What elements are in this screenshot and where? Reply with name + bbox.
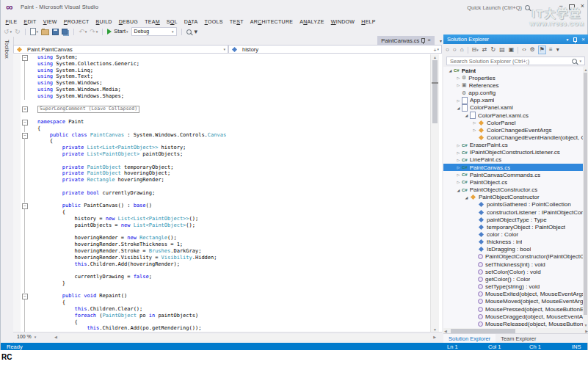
tree-item-linepaint-cs[interactable]: ▷C#LinePaint.cs: [443, 156, 583, 164]
tree-item-settype-string-void[interactable]: setType(string) : void: [443, 283, 583, 291]
scroll-up-icon[interactable]: ▲: [583, 68, 588, 72]
menu-window[interactable]: WINDOW: [327, 19, 358, 24]
tree-item-colorchangedeventhandler-object-colorc[interactable]: ColorChangedEventHandler(object, ColorC: [443, 134, 583, 141]
menu-debug[interactable]: DEBUG: [115, 19, 141, 24]
properties-icon[interactable]: ⚙: [529, 46, 536, 54]
tree-item-colorpanel-xaml-cs[interactable]: ◢ColorPanel.xaml.cs: [443, 112, 583, 119]
tree-item-paint[interactable]: ◢C#Paint: [443, 67, 583, 74]
toolbar-overflow-icon[interactable]: ▾: [195, 28, 198, 35]
tree-item-paintobjectconstructor-cs[interactable]: ◢C#PaintObjectConstructor.cs: [443, 186, 583, 194]
editor-vertical-scrollbar[interactable]: ▲ ▼: [430, 54, 439, 333]
collapse-all-icon[interactable]: ⊟▾: [471, 46, 479, 54]
tree-item-setthickness-int-void[interactable]: setThickness(int) : void: [443, 261, 583, 268]
menu-file[interactable]: FILE: [2, 19, 21, 24]
tree-item-eraserpaint-cs[interactable]: ▷C#EraserPaint.cs: [443, 142, 583, 149]
menu-edit[interactable]: EDIT: [21, 19, 40, 24]
collapsed-arrow-icon[interactable]: ▷: [471, 120, 478, 125]
forward-icon[interactable]: ○: [452, 46, 457, 54]
tree-item-paintcanvascommands-cs[interactable]: ▷C#PaintCanvasCommands.cs: [443, 171, 583, 178]
tree-item-paintobject-cs[interactable]: ▷C#PaintObject.cs: [443, 178, 583, 186]
redo-icon[interactable]: ↷▾: [90, 28, 98, 35]
menu-help[interactable]: HELP: [358, 19, 380, 24]
collapsed-arrow-icon[interactable]: ▷: [455, 172, 462, 177]
expanded-arrow-icon[interactable]: ◢: [463, 113, 470, 117]
collapse-region-icon[interactable]: −: [22, 120, 28, 126]
collapsed-arrow-icon[interactable]: ▷: [455, 143, 462, 148]
type-dropdown[interactable]: Paint.PaintCanvas ▾: [13, 45, 228, 54]
tree-item-app-xaml[interactable]: ▷App.xaml: [443, 97, 583, 104]
scroll-down-icon[interactable]: ▼: [583, 323, 588, 327]
switch-views-icon[interactable]: ≡: [548, 46, 553, 54]
collapsed-arrow-icon[interactable]: ▷: [455, 180, 462, 184]
save-all-icon[interactable]: [62, 29, 69, 34]
collapse-region-icon[interactable]: −: [22, 133, 28, 139]
menu-view[interactable]: VIEW: [40, 19, 60, 24]
collapse-region-icon[interactable]: −: [22, 203, 28, 209]
expand-region-icon[interactable]: +: [22, 106, 28, 112]
tree-item-properties[interactable]: ▷⚙Properties: [443, 74, 583, 81]
tree-item-mousedragged-object-mouseeventargs-[interactable]: MouseDragged(object, MouseEventArgs) :: [443, 313, 583, 320]
menu-test[interactable]: TEST: [226, 19, 247, 24]
close-tab-icon[interactable]: ×: [427, 37, 431, 43]
tab-paintcanvas-cs[interactable]: PaintCanvas.cs ×: [377, 36, 435, 45]
show-all-files-icon[interactable]: ▤: [498, 46, 506, 54]
collapsed-arrow-icon[interactable]: ▷: [455, 165, 462, 170]
overflow-caret-icon[interactable]: ▾: [556, 46, 560, 54]
restore-button[interactable]: [569, 0, 575, 12]
collapsed-arrow-icon[interactable]: ▷: [455, 76, 462, 80]
tree-item-mousereleased-object-mousebuttonevent[interactable]: MouseReleased(object, MouseButtonEvent: [443, 320, 583, 327]
undo-icon[interactable]: ↶▾: [79, 28, 87, 35]
save-icon[interactable]: [52, 29, 59, 35]
window-position-caret-icon[interactable]: ▼: [565, 37, 569, 42]
tree-item-mousemoved-object-mouseeventargs-v[interactable]: MouseMoved(object, MouseEventArgs) : v: [443, 298, 583, 305]
start-debug-button[interactable]: Start▾: [107, 28, 128, 35]
toolbox-tab[interactable]: Toolbox: [1, 37, 14, 343]
expanded-arrow-icon[interactable]: ◢: [463, 195, 470, 200]
menu-analyze[interactable]: ANALYZE: [297, 19, 328, 24]
tree-item-colorpanel-xaml[interactable]: ◢ColorPanel.xaml: [443, 104, 583, 112]
refresh-icon[interactable]: ↻: [490, 46, 496, 54]
solution-explorer-title-bar[interactable]: Solution Explorer ▼ ×: [443, 34, 588, 44]
pin-icon[interactable]: [421, 38, 425, 43]
nav-forward-icon[interactable]: ↻: [15, 28, 21, 35]
collapse-region-icon[interactable]: −: [22, 294, 28, 299]
menu-team[interactable]: TEAM: [142, 19, 164, 24]
collapsed-arrow-icon[interactable]: ▷: [455, 158, 462, 162]
scroll-right-icon[interactable]: ▶: [433, 335, 436, 339]
tree-item-references[interactable]: ▷▣References: [443, 81, 583, 89]
tree-item-thickness-int[interactable]: thickness : int: [443, 239, 583, 246]
menu-project[interactable]: PROJECT: [60, 19, 92, 24]
sync-active-document-icon[interactable]: ⇄: [482, 46, 488, 54]
tree-item-paintobjectconstructor[interactable]: ◢PaintObjectConstructor: [443, 194, 583, 201]
tree-item-mouseexited-object-mouseeventargs-vo[interactable]: MouseExited(object, MouseEventArgs) : vo: [443, 291, 583, 298]
tree-vertical-scrollbar[interactable]: ▲ ▼: [583, 67, 588, 328]
member-dropdown[interactable]: history ▾: [228, 45, 442, 54]
minimize-button[interactable]: −: [559, 2, 562, 10]
tree-item-mousepressed-object-mousebuttoneventa[interactable]: MousePressed(object, MouseButtonEventA: [443, 305, 583, 313]
tree-item-color-color[interactable]: color : Color: [443, 230, 583, 238]
tree-item-temporaryobject-paintobject[interactable]: temporaryObject : PaintObject: [443, 223, 583, 230]
back-icon[interactable]: ○: [445, 46, 450, 54]
tree-item-colorchangedeventargs[interactable]: ▷ColorChangedEventArgs: [443, 126, 583, 134]
menu-architecture[interactable]: ARCHITECTURE: [247, 19, 296, 24]
collapsed-arrow-icon[interactable]: ▷: [455, 98, 462, 103]
scroll-up-icon[interactable]: ▲: [431, 55, 439, 59]
menu-build[interactable]: BUILD: [92, 19, 115, 24]
tree-item-paintobjecttype-type[interactable]: paintObjectType : Type: [443, 216, 583, 223]
tree-item-pointsgathered-pointcollection[interactable]: pointsGathered : PointCollection: [443, 201, 583, 208]
collapsed-arrow-icon[interactable]: ▷: [471, 128, 478, 132]
properties-window-icon[interactable]: ▣: [508, 46, 515, 54]
tree-item-app-config[interactable]: ⚙app.config: [443, 89, 583, 96]
code-editor[interactable]: −using System;using System.Collections.G…: [13, 54, 442, 333]
pin-icon[interactable]: [573, 37, 577, 42]
open-file-icon[interactable]: [41, 28, 49, 35]
zoom-level-dropdown[interactable]: 100 % ▾: [15, 333, 38, 340]
view-code-icon[interactable]: ‹›: [521, 46, 526, 54]
tree-item-constructorlistener-ipaintobjectconstruc[interactable]: constructorListener : IPaintObjectConstr…: [443, 208, 583, 216]
close-panel-icon[interactable]: ×: [581, 37, 585, 43]
menu-sql[interactable]: SQL: [163, 19, 181, 24]
menu-data[interactable]: DATA: [181, 19, 201, 24]
tree-item-colorpanel[interactable]: ▷ColorPanel: [443, 119, 583, 126]
expanded-arrow-icon[interactable]: ◢: [447, 68, 454, 73]
scroll-left-icon[interactable]: ◀: [54, 335, 57, 339]
